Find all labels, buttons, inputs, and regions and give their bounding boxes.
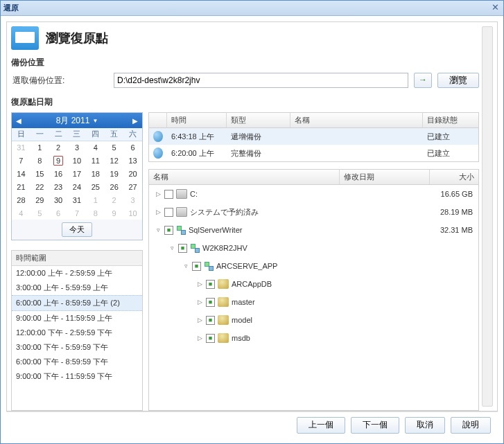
calendar-day[interactable]: 28 — [12, 193, 31, 206]
calendar-day[interactable]: 17 — [68, 167, 87, 180]
calendar-day[interactable]: 26 — [105, 180, 123, 193]
calendar-day[interactable]: 5 — [105, 141, 123, 154]
tree-row[interactable]: ▿ARCSERVE_APP — [149, 257, 478, 275]
calendar-day[interactable]: 9 — [49, 154, 68, 167]
calendar-day[interactable]: 22 — [31, 180, 49, 193]
checkbox[interactable] — [192, 262, 201, 271]
tree-row[interactable]: ▷msdb — [149, 329, 478, 347]
col-status[interactable]: 目錄狀態 — [423, 113, 478, 127]
calendar-day[interactable]: 15 — [31, 167, 49, 180]
expander-icon[interactable]: ▷ — [196, 281, 203, 287]
checkbox[interactable] — [164, 208, 173, 217]
prev-month-icon[interactable]: ◀ — [12, 113, 26, 128]
browse-button[interactable]: 瀏覽 — [437, 73, 479, 88]
calendar-day[interactable]: 13 — [123, 154, 142, 167]
prev-button[interactable]: 上一個 — [297, 417, 345, 434]
calendar-day[interactable]: 20 — [123, 167, 142, 180]
today-button[interactable]: 今天 — [62, 222, 92, 237]
tree-col-date[interactable]: 修改日期 — [340, 170, 430, 184]
expander-icon[interactable]: ▷ — [155, 190, 162, 197]
calendar-day[interactable]: 14 — [12, 167, 31, 180]
backup-row[interactable]: 6:20:00 上午完整備份已建立 — [149, 145, 478, 161]
calendar-day[interactable]: 6 — [123, 141, 142, 154]
col-name[interactable]: 名稱 — [290, 113, 423, 127]
calendar-day[interactable]: 16 — [49, 167, 68, 180]
checkbox[interactable] — [206, 280, 215, 289]
expander-icon[interactable]: ▷ — [155, 208, 162, 215]
next-month-icon[interactable]: ▶ — [128, 113, 142, 128]
checkbox[interactable] — [206, 334, 215, 343]
checkbox[interactable] — [206, 298, 215, 307]
calendar-day[interactable]: 31 — [12, 141, 31, 154]
calendar-day[interactable]: 4 — [86, 141, 105, 154]
expander-icon[interactable]: ▷ — [196, 335, 203, 341]
checkbox[interactable] — [178, 244, 187, 253]
calendar-day[interactable]: 2 — [105, 193, 123, 206]
calendar-day[interactable]: 5 — [31, 206, 49, 220]
time-range-item[interactable]: 12:00:00 下午 - 2:59:59 下午 — [12, 326, 142, 340]
tree-row[interactable]: ▷ARCAppDB — [149, 275, 478, 293]
calendar-day[interactable]: 27 — [123, 180, 142, 193]
checkbox[interactable] — [206, 316, 215, 325]
scrollbar[interactable] — [482, 26, 493, 407]
time-range-item[interactable]: 6:00:00 下午 - 8:59:59 下午 — [12, 355, 142, 369]
col-time[interactable]: 時間 — [167, 113, 227, 127]
calendar-day[interactable]: 8 — [86, 206, 105, 220]
tree-row[interactable]: ▷C:16.65 GB — [149, 185, 478, 203]
location-input[interactable] — [114, 73, 408, 88]
calendar-day[interactable]: 1 — [31, 141, 49, 154]
calendar-day[interactable]: 29 — [31, 193, 49, 206]
calendar-day[interactable]: 19 — [105, 167, 123, 180]
calendar-day[interactable]: 9 — [105, 206, 123, 220]
tree-row[interactable]: ▷システムで予約済み28.19 MB — [149, 203, 478, 221]
calendar-day[interactable]: 7 — [68, 206, 87, 220]
col-type[interactable]: 類型 — [227, 113, 290, 127]
tree-col-size[interactable]: 大小 — [430, 170, 478, 184]
time-range-item[interactable]: 3:00:00 上午 - 5:59:59 上午 — [12, 281, 142, 295]
calendar-day[interactable]: 1 — [86, 193, 105, 206]
expander-icon[interactable]: ▿ — [155, 227, 162, 233]
backup-row[interactable]: 6:43:18 上午遞增備份已建立 — [149, 128, 478, 145]
tree-row[interactable]: ▿W2K8R2JHV — [149, 239, 478, 257]
expander-icon[interactable]: ▷ — [196, 317, 203, 323]
calendar-day[interactable]: 21 — [12, 180, 31, 193]
go-button[interactable]: → — [414, 73, 432, 88]
calendar-day[interactable]: 24 — [68, 180, 87, 193]
checkbox[interactable] — [164, 226, 173, 235]
calendar-day[interactable]: 11 — [86, 154, 105, 167]
checkbox[interactable] — [164, 190, 173, 199]
expander-icon[interactable]: ▿ — [182, 263, 189, 269]
time-range-item[interactable]: 9:00:00 下午 - 11:59:59 下午 — [12, 369, 142, 384]
calendar-day[interactable]: 7 — [12, 154, 31, 167]
calendar-day[interactable]: 6 — [49, 206, 68, 220]
calendar-day[interactable]: 10 — [123, 206, 142, 220]
time-range-item[interactable]: 6:00:00 上午 - 8:59:59 上午 (2) — [12, 295, 142, 311]
tree-row[interactable]: ▷master — [149, 293, 478, 311]
cancel-button[interactable]: 取消 — [405, 417, 445, 434]
expander-icon[interactable]: ▷ — [196, 299, 203, 305]
time-range-item[interactable]: 3:00:00 下午 - 5:59:59 下午 — [12, 340, 142, 355]
time-range-item[interactable]: 12:00:00 上午 - 2:59:59 上午 — [12, 266, 142, 281]
calendar-day[interactable]: 3 — [123, 193, 142, 206]
next-button[interactable]: 下一個 — [351, 417, 399, 434]
calendar-day[interactable]: 25 — [86, 180, 105, 193]
calendar-day[interactable]: 8 — [31, 154, 49, 167]
calendar-day[interactable]: 3 — [68, 141, 87, 154]
close-icon[interactable]: ✕ — [490, 3, 501, 13]
calendar-day[interactable]: 12 — [105, 154, 123, 167]
tree-row[interactable]: ▿SqlServerWriter32.31 MB — [149, 221, 478, 239]
calendar-day[interactable]: 31 — [68, 193, 87, 206]
calendar-month-label[interactable]: 8月 2011 — [56, 115, 90, 127]
help-button[interactable]: 說明 — [451, 417, 491, 434]
calendar-day[interactable]: 10 — [68, 154, 87, 167]
chevron-down-icon[interactable]: ▼ — [92, 118, 98, 124]
calendar-day[interactable]: 4 — [12, 206, 31, 220]
calendar-day[interactable]: 30 — [49, 193, 68, 206]
calendar-day[interactable]: 18 — [86, 167, 105, 180]
expander-icon[interactable]: ▿ — [168, 245, 175, 251]
tree-row[interactable]: ▷model — [149, 311, 478, 329]
time-range-item[interactable]: 9:00:00 上午 - 11:59:59 上午 — [12, 311, 142, 326]
tree-col-name[interactable]: 名稱 — [149, 170, 340, 184]
calendar-day[interactable]: 23 — [49, 180, 68, 193]
calendar-day[interactable]: 2 — [49, 141, 68, 154]
